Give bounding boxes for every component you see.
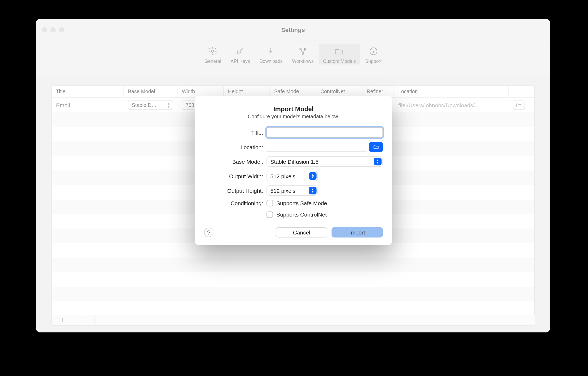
output-width-value: 512 pixels <box>270 173 296 179</box>
title-label: Title: <box>204 129 267 135</box>
chevron-updown-icon: ▲▼ <box>309 172 316 180</box>
import-model-dialog: Import Model Configure your model's meta… <box>195 96 392 245</box>
output-width-dropdown[interactable]: 512 pixels ▲▼ <box>267 171 318 181</box>
browse-location-button[interactable] <box>369 142 383 152</box>
controlnet-checkbox-label: Supports ControlNet <box>276 211 327 218</box>
chevron-updown-icon: ▲▼ <box>374 158 382 165</box>
base-model-label: Base Model: <box>204 158 267 164</box>
output-height-dropdown[interactable]: 512 pixels ▲▼ <box>267 185 318 196</box>
base-model-value: Stable Diffusion 1.5 <box>270 158 319 164</box>
chevron-updown-icon: ▲▼ <box>309 187 316 194</box>
safe-mode-checkbox-label: Supports Safe Mode <box>276 200 327 206</box>
dialog-title: Import Model <box>204 105 383 112</box>
help-button[interactable]: ? <box>204 228 214 237</box>
dialog-subtitle: Configure your model's metadata below. <box>204 114 383 120</box>
output-height-label: Output Height: <box>204 187 267 194</box>
folder-icon <box>373 144 379 150</box>
controlnet-checkbox[interactable] <box>267 211 273 218</box>
safe-mode-checkbox[interactable] <box>267 200 273 206</box>
import-button[interactable]: Import <box>332 227 383 238</box>
output-height-value: 512 pixels <box>270 187 296 194</box>
location-input[interactable] <box>267 142 367 152</box>
output-width-label: Output Width: <box>204 173 267 179</box>
base-model-dropdown[interactable]: Stable Diffusion 1.5 ▲▼ <box>267 156 383 167</box>
conditioning-label: Conditioning: <box>204 200 267 206</box>
cancel-button[interactable]: Cancel <box>276 227 327 238</box>
title-input[interactable] <box>267 127 383 138</box>
location-label: Location: <box>204 144 267 150</box>
